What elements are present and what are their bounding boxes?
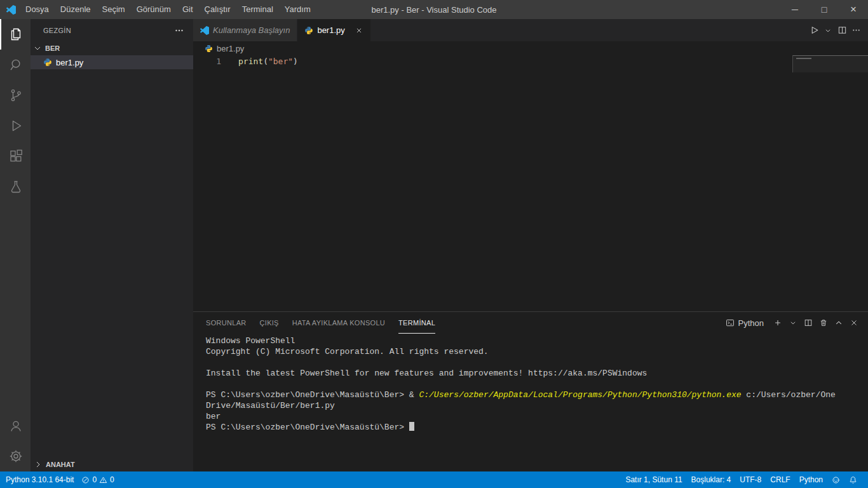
terminal-output[interactable]: Windows PowerShell Copyright (C) Microso… <box>193 334 868 471</box>
menu-go[interactable]: Git <box>177 0 199 19</box>
activity-settings[interactable] <box>0 441 31 471</box>
terminal-command-line: PS C:\Users\ozber\OneDrive\Masaüstü\Ber>… <box>206 390 840 411</box>
terminal-cursor <box>409 422 414 431</box>
folder-ber[interactable]: BER <box>31 41 193 55</box>
panel-tab-debug-console[interactable]: HATA AYIKLAMA KONSOLU <box>292 312 385 334</box>
activity-source-control[interactable] <box>0 80 31 111</box>
window-title: ber1.py - Ber - Visual Studio Code <box>371 5 496 15</box>
activity-testing[interactable] <box>0 172 31 202</box>
activity-account[interactable] <box>0 410 31 441</box>
language-mode[interactable]: Python <box>795 471 827 488</box>
status-bar-left: Python 3.10.1 64-bit 0 0 <box>2 471 118 488</box>
maximize-button[interactable]: □ <box>810 0 839 19</box>
new-terminal-icon[interactable] <box>771 315 784 330</box>
tab-label: Kullanmaya Başlayın <box>213 25 290 35</box>
sidebar-explorer: GEZGİN BER ber1.py ANAHAT <box>31 19 193 471</box>
indentation[interactable]: Boşluklar: 4 <box>687 471 736 488</box>
python-interpreter[interactable]: Python 3.10.1 64-bit <box>2 471 78 488</box>
sidebar-title: GEZGİN <box>43 27 71 34</box>
terminal-shell-icon <box>726 318 735 327</box>
panel-tab-output[interactable]: ÇIKIŞ <box>260 312 279 334</box>
close-tab-icon[interactable] <box>355 26 363 35</box>
terminal-line: Install the latest PowerShell for new fe… <box>206 368 840 379</box>
terminal-prompt-line: PS C:\Users\ozber\OneDrive\Masaüstü\Ber> <box>206 422 840 433</box>
close-panel-icon[interactable] <box>847 315 860 330</box>
breadcrumb[interactable]: ber1.py <box>193 41 868 55</box>
folder-label: BER <box>45 44 60 52</box>
panel-tab-problems[interactable]: SORUNLAR <box>206 312 247 334</box>
run-button[interactable] <box>808 23 820 38</box>
terminal-blank-line <box>206 379 840 390</box>
search-icon <box>8 57 24 72</box>
minimize-button[interactable]: ─ <box>780 0 810 19</box>
terminal-blank-line <box>206 357 840 368</box>
testing-icon <box>8 179 24 194</box>
outline-label: ANAHAT <box>46 461 75 468</box>
code-text: print("ber") <box>221 55 298 67</box>
trash-icon[interactable] <box>817 315 830 330</box>
run-dropdown-chevron-icon[interactable] <box>822 23 834 38</box>
file-label: ber1.py <box>56 58 83 67</box>
problems-indicator[interactable]: 0 0 <box>78 471 118 488</box>
error-icon <box>81 476 90 484</box>
activity-run-debug[interactable] <box>0 111 31 141</box>
tab-kullanmaya-baslayin[interactable]: Kullanmaya Başlayın <box>193 19 297 41</box>
menu-file[interactable]: Dosya <box>20 0 55 19</box>
menubar: Dosya Düzenle Seçim Görünüm Git Çalıştır… <box>20 0 316 19</box>
shell-selector[interactable]: Python <box>726 318 764 328</box>
minimap[interactable] <box>792 55 868 72</box>
token-function: print <box>238 57 263 66</box>
more-actions-icon[interactable] <box>850 23 862 38</box>
tab-bar: Kullanmaya Başlayın ber1.py <box>193 19 868 41</box>
outline-section[interactable]: ANAHAT <box>31 458 193 471</box>
chevron-down-icon <box>32 43 43 53</box>
menu-edit[interactable]: Düzenle <box>55 0 97 19</box>
terminal-line: Windows PowerShell <box>206 336 840 346</box>
window-controls: ─ □ × <box>780 0 868 19</box>
encoding[interactable]: UTF-8 <box>735 471 766 488</box>
split-editor-icon[interactable] <box>836 23 848 38</box>
code-line: 1 print("ber") <box>193 55 868 67</box>
split-terminal-icon[interactable] <box>801 315 815 330</box>
error-count: 0 <box>92 475 97 484</box>
file-ber1py[interactable]: ber1.py <box>31 55 193 69</box>
vscode-logo-icon <box>6 5 16 15</box>
eol-sequence[interactable]: CRLF <box>766 471 794 488</box>
code-editor[interactable]: 1 print("ber") <box>193 55 868 311</box>
token-punctuation: ) <box>293 57 298 66</box>
sidebar-header: GEZGİN <box>31 19 193 41</box>
chevron-right-icon <box>33 459 43 470</box>
menu-selection[interactable]: Seçim <box>97 0 131 19</box>
activity-search[interactable] <box>0 50 31 80</box>
panel: SORUNLAR ÇIKIŞ HATA AYIKLAMA KONSOLU TER… <box>193 311 868 471</box>
editor-actions <box>802 19 868 41</box>
terminal-text: ber <box>206 412 220 421</box>
account-icon <box>8 418 24 433</box>
terminal-prompt: PS C:\Users\ozber\OneDrive\Masaüstü\Ber> <box>206 423 409 432</box>
more-actions-icon[interactable] <box>174 25 184 36</box>
sidebar-empty-area <box>31 69 193 458</box>
panel-tab-terminal[interactable]: TERMİNAL <box>398 312 435 334</box>
activity-bar-spacer <box>0 202 31 410</box>
menu-view[interactable]: Görünüm <box>131 0 177 19</box>
maximize-panel-icon[interactable] <box>832 315 845 330</box>
menu-run[interactable]: Çalıştır <box>199 0 236 19</box>
status-bar: Python 3.10.1 64-bit 0 0 Satır 1, Sütun … <box>0 471 868 488</box>
notifications[interactable] <box>844 471 862 488</box>
feedback[interactable] <box>827 471 844 488</box>
shell-name: Python <box>738 318 764 328</box>
tab-ber1py[interactable]: ber1.py <box>297 19 370 41</box>
python-icon <box>205 44 213 53</box>
close-button[interactable]: × <box>839 0 868 19</box>
breadcrumb-file: ber1.py <box>217 44 244 53</box>
activity-explorer[interactable] <box>0 19 31 50</box>
terminal-dropdown-chevron-icon[interactable] <box>786 315 799 330</box>
activity-extensions[interactable] <box>0 141 31 172</box>
warning-count: 0 <box>110 475 114 484</box>
source-control-icon <box>8 88 24 103</box>
menu-terminal[interactable]: Terminal <box>236 0 279 19</box>
terminal-prompt: PS C:\Users\ozber\OneDrive\Masaüstü\Ber>… <box>206 390 419 400</box>
cursor-position[interactable]: Satır 1, Sütun 11 <box>621 471 686 488</box>
terminal-command-text: C:/Users/ozber/AppData/Local/Programs/Py… <box>419 390 741 400</box>
menu-help[interactable]: Yardım <box>279 0 316 19</box>
